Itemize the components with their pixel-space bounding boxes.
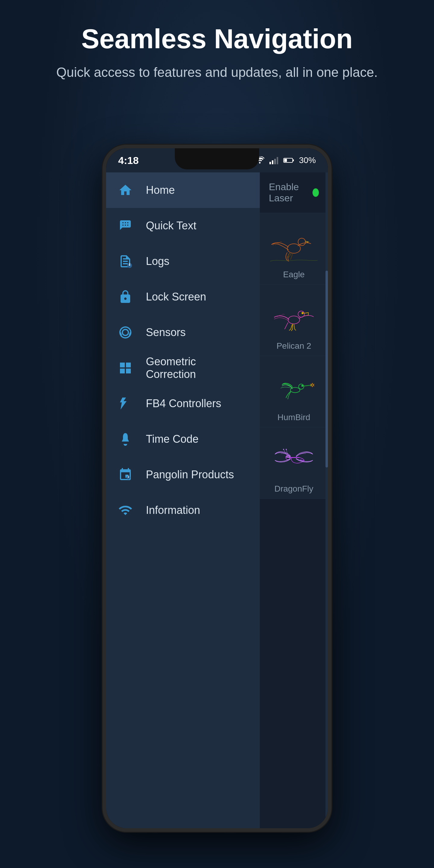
humbird-label: HumBird [278,412,310,422]
page-title: Seamless Navigation [30,24,404,54]
svg-point-11 [298,238,306,246]
scrollbar-track [326,173,328,828]
sidebar-label-geometric-correction: Geometric Correction [146,355,249,381]
quick-text-icon [117,217,134,234]
eagle-label: Eagle [283,270,305,279]
battery-icon [283,157,294,163]
status-time: 4:18 [118,155,138,166]
svg-point-21 [288,456,289,458]
laser-status-dot[interactable] [313,188,319,197]
sidebar-label-lock-screen: Lock Screen [146,290,206,303]
sidebar-item-logs[interactable]: Logs [106,244,260,279]
sidebar-item-information[interactable]: Information [106,493,260,528]
sidebar-item-pangolin-products[interactable]: Pangolin Products [106,457,260,493]
svg-point-12 [288,316,300,324]
sidebar-item-geometric-correction[interactable]: Geometric Correction [106,350,260,386]
lock-screen-icon [117,288,134,305]
sidebar-item-lock-screen[interactable]: Lock Screen [106,279,260,315]
svg-point-15 [290,387,300,393]
svg-rect-7 [284,159,287,162]
dragonfly-label: DragonFly [274,484,313,494]
phone-frame: 4:18 [102,145,332,832]
pelican2-label: Pelican 2 [276,341,311,351]
svg-point-16 [299,384,304,390]
pelican2-illustration [267,293,321,336]
dragonfly-image-area [264,433,324,482]
sidebar-label-fb4-controllers: FB4 Controllers [146,397,221,410]
sidebar-label-pangolin-products: Pangolin Products [146,468,234,481]
humbird-illustration [267,365,321,407]
status-icons: 30% [255,156,316,165]
eagle-illustration [267,222,321,264]
phone-notch [175,148,259,169]
sidebar-item-sensors[interactable]: Sensors [106,315,260,350]
sidebar-item-time-code[interactable]: Time Code [106,421,260,457]
information-icon [117,502,134,519]
svg-point-0 [259,162,260,164]
sidebar-item-home[interactable]: Home [106,173,260,208]
svg-point-20 [286,456,288,458]
sidebar: Home Quick Text Logs [106,173,260,828]
time-code-icon [117,431,134,447]
geometric-correction-icon [117,360,134,376]
logs-icon [117,253,134,270]
enable-laser-label: Enable Laser [269,181,313,204]
svg-point-17 [302,385,303,386]
phone-screen: Home Quick Text Logs [106,173,328,828]
enable-laser-row[interactable]: Enable Laser [260,173,328,213]
sidebar-item-fb4-controllers[interactable]: FB4 Controllers [106,386,260,421]
pattern-card-pelican2[interactable]: Pelican 2 [260,284,328,356]
svg-rect-2 [272,160,273,164]
dragonfly-illustration [267,436,321,478]
right-panel: Enable Laser [260,173,328,828]
sensors-icon [117,324,134,341]
svg-rect-6 [293,159,294,161]
sidebar-label-home: Home [146,184,175,196]
humbird-image-area [264,362,324,410]
scrollbar-thumb[interactable] [326,271,328,467]
sidebar-label-information: Information [146,504,200,517]
page-subtitle: Quick access to features and updates, al… [30,63,404,82]
svg-point-14 [302,312,303,314]
sidebar-label-logs: Logs [146,255,169,268]
pangolin-products-icon [117,466,134,483]
sidebar-label-time-code: Time Code [146,433,198,445]
pattern-card-dragonfly[interactable]: DragonFly [260,427,328,499]
phone-mockup: 4:18 [102,145,332,832]
sidebar-label-sensors: Sensors [146,326,186,339]
sidebar-label-quick-text: Quick Text [146,219,196,232]
fb4-controllers-icon [117,395,134,412]
svg-rect-1 [270,162,271,164]
svg-rect-4 [277,157,278,164]
home-icon [117,182,134,198]
signal-icon [270,156,278,164]
svg-point-22 [283,449,284,450]
eagle-image-area [264,219,324,267]
pelican2-image-area [264,290,324,339]
svg-point-23 [286,449,287,450]
battery-percentage: 30% [299,156,316,165]
svg-rect-3 [274,159,276,164]
sidebar-item-quick-text[interactable]: Quick Text [106,208,260,244]
header-section: Seamless Navigation Quick access to feat… [0,24,434,82]
pattern-card-humbird[interactable]: HumBird [260,356,328,427]
pattern-card-eagle[interactable]: Eagle [260,213,328,284]
